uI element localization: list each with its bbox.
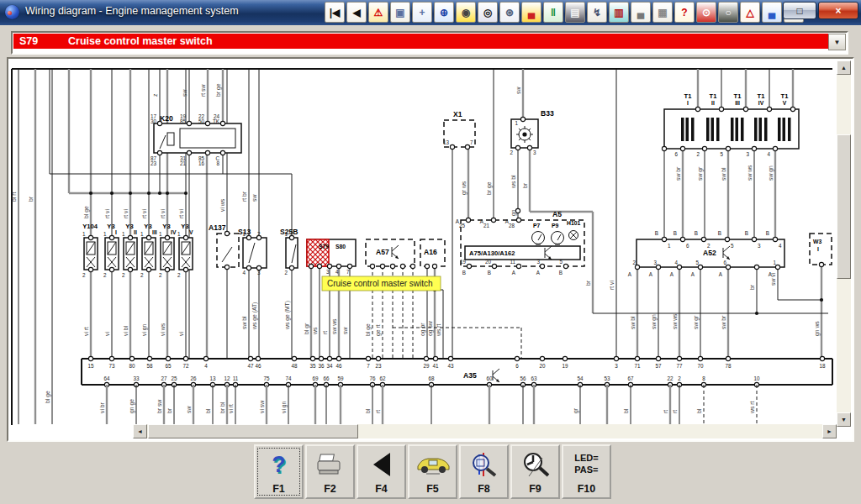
svg-text:2: 2 — [140, 272, 144, 278]
svg-text:25: 25 — [171, 375, 177, 381]
toolbar-button-spark-plug[interactable]: ↯ — [587, 2, 607, 23]
svg-text:vi gn: vi gn — [281, 401, 288, 413]
scroll-right-button[interactable]: ► — [822, 424, 837, 438]
svg-text:A: A — [512, 270, 516, 276]
svg-text:br: br — [522, 182, 528, 188]
toolbar-button-airbag[interactable]: ⊙ — [696, 2, 716, 23]
toolbar-button-globe[interactable]: ⊕ — [434, 2, 454, 23]
svg-text:vi: vi — [178, 332, 184, 336]
toolbar-button-car[interactable]: ▄ — [762, 2, 782, 23]
svg-text:29: 29 — [423, 363, 430, 369]
svg-text:1: 1 — [515, 120, 518, 126]
vertical-scrollbar[interactable]: ▲ ▼ — [837, 60, 851, 427]
component-combobox[interactable]: S79 Cruise control master switch ▼ — [11, 31, 848, 55]
horizontal-scrollbar[interactable]: ◄ ► — [133, 424, 837, 438]
svg-text:B: B — [673, 230, 677, 236]
mouse-icon: ◉ — [462, 8, 470, 18]
svg-text:2: 2 — [678, 375, 681, 381]
svg-text:sw br: sw br — [721, 315, 726, 329]
toolbar-button-gears[interactable]: ⊛ — [499, 2, 520, 23]
svg-text:S80: S80 — [335, 244, 346, 249]
toolbar-button-tools[interactable]: + — [412, 2, 432, 23]
toolbar-button-car-pointer[interactable]: ▄ — [521, 2, 541, 23]
svg-text:z: z — [152, 93, 158, 97]
printer-icon — [316, 452, 345, 477]
toolbar-button-tire-pressure[interactable]: ○ — [718, 2, 738, 23]
svg-text:W3: W3 — [813, 239, 821, 244]
svg-text:IV: IV — [758, 100, 764, 106]
toolbar-button-car-help[interactable]: ? — [674, 2, 695, 23]
svg-text:sw: sw — [342, 328, 348, 334]
svg-text:15: 15 — [87, 363, 94, 369]
svg-text:V: V — [189, 229, 193, 235]
svg-text:2: 2 — [284, 270, 288, 276]
svg-text:sw gr: sw gr — [693, 315, 700, 329]
svg-text:7: 7 — [346, 269, 350, 275]
toolbar-button-warning[interactable]: ⚠ — [368, 2, 388, 23]
toolbar-button-window[interactable]: ▣ — [390, 2, 410, 23]
svg-text:br: br — [749, 284, 755, 290]
spark-plug-icon: ↯ — [593, 8, 601, 18]
f-button-F2[interactable]: F2 — [305, 444, 355, 499]
svg-text:A: A — [536, 270, 541, 276]
toolbar-button-film[interactable]: ▦ — [652, 2, 673, 23]
svg-text:X1: X1 — [453, 110, 462, 118]
lift-icon: ‖ — [551, 8, 556, 18]
svg-text:T1: T1 — [758, 92, 766, 100]
globe-icon: ⊕ — [440, 8, 448, 18]
f-button-F10[interactable]: LED=PAS=F10 — [562, 444, 611, 499]
toolbar-button-battery[interactable]: ▥ — [609, 2, 629, 23]
svg-text:63: 63 — [531, 375, 537, 381]
toolbar-button-lift[interactable]: ‖ — [543, 2, 563, 23]
component-code: S79 — [13, 35, 68, 47]
toolbar-button-mouse[interactable]: ◉ — [456, 2, 476, 23]
wheel-icon: ◎ — [483, 8, 492, 18]
toolbar-button-wheel[interactable]: ◎ — [478, 2, 498, 23]
svg-text:sw: sw — [182, 90, 188, 97]
svg-text:V: V — [783, 100, 787, 106]
svg-text:br ge: br ge — [486, 181, 493, 195]
toolbar-button-printer[interactable]: ▄ — [631, 2, 651, 23]
svg-text:19: 19 — [562, 363, 568, 369]
titlebar[interactable]: Wiring diagram - Engine management syste… — [0, 0, 861, 26]
f-button-F8[interactable]: F8 — [459, 444, 509, 499]
f-key-label: F8 — [461, 483, 507, 495]
tools-icon: + — [419, 8, 425, 18]
svg-text:12: 12 — [224, 375, 230, 381]
svg-text:69: 69 — [312, 375, 319, 381]
svg-text:ws ge (MT): ws ge (MT) — [284, 301, 291, 330]
svg-text:1: 1 — [284, 231, 288, 237]
f-button-F4[interactable]: F4 — [357, 444, 406, 499]
svg-text:1: 1 — [103, 231, 107, 237]
svg-text:K20: K20 — [160, 114, 173, 123]
gears-icon: ⊛ — [505, 8, 514, 18]
f-button-F1[interactable]: ?F1 — [254, 444, 304, 499]
app-window: { "window": {"title": "Wiring diagram - … — [0, 0, 861, 504]
component-label: Cruise control master switch — [68, 35, 213, 47]
vertical-scroll-thumb[interactable] — [837, 134, 851, 279]
restore-button[interactable]: □ — [783, 2, 816, 19]
f-button-F9[interactable]: F9 — [510, 444, 560, 499]
svg-text:1: 1 — [242, 231, 246, 237]
back-icon — [373, 453, 390, 476]
combobox-dropdown-button[interactable]: ▼ — [828, 34, 846, 50]
toolbar-button-first-page[interactable]: |◀ — [325, 2, 345, 23]
horizontal-scroll-thumb[interactable] — [148, 424, 358, 438]
svg-text:50: 50 — [198, 118, 205, 124]
selected-component[interactable]: S79 Cruise control master switch — [13, 34, 829, 49]
toolbar-button-back[interactable]: ◀ — [346, 2, 367, 23]
svg-text:vi bl: vi bl — [123, 325, 129, 336]
svg-text:11: 11 — [510, 259, 515, 265]
scroll-down-button[interactable]: ▼ — [837, 412, 851, 427]
close-button[interactable]: × — [818, 2, 858, 19]
toolbar-button-abs[interactable]: △ — [740, 2, 760, 23]
scroll-up-button[interactable]: ▲ — [837, 60, 851, 75]
svg-text:II: II — [134, 229, 137, 235]
scroll-left-button[interactable]: ◄ — [133, 424, 147, 438]
svg-text:4: 4 — [674, 260, 678, 265]
svg-text:1: 1 — [177, 231, 181, 237]
toolbar-button-dashboard[interactable]: ▤ — [565, 2, 585, 23]
svg-text:1: 1 — [82, 231, 86, 237]
f-button-F5[interactable]: F5 — [408, 444, 457, 499]
svg-text:3: 3 — [758, 243, 761, 249]
